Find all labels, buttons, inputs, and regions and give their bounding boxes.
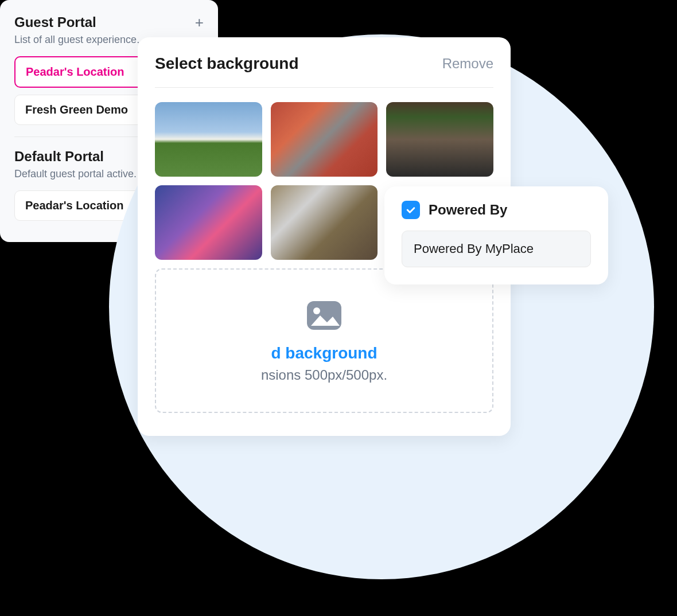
powered-by-header: Powered By bbox=[402, 201, 591, 219]
upload-background-area[interactable]: d background nsions 500px/500px. bbox=[155, 268, 493, 413]
default-portal-title: Default Portal bbox=[14, 149, 104, 165]
location-label: Peadar's Location bbox=[26, 65, 124, 79]
upload-subtitle: nsions 500px/500px. bbox=[173, 367, 475, 383]
bg-thumb-landscape[interactable] bbox=[155, 102, 262, 177]
upload-title: d background bbox=[173, 344, 475, 362]
add-icon[interactable]: + bbox=[195, 15, 204, 30]
select-background-header: Select background Remove bbox=[155, 54, 493, 88]
powered-by-checkbox[interactable] bbox=[402, 201, 420, 219]
bg-thumb-concert[interactable] bbox=[155, 185, 262, 260]
location-label: Peadar's Location bbox=[25, 199, 123, 212]
remove-button[interactable]: Remove bbox=[442, 56, 493, 72]
location-label: Fresh Green Demo bbox=[25, 103, 128, 116]
powered-by-input[interactable] bbox=[402, 231, 591, 267]
select-background-title: Select background bbox=[155, 54, 299, 73]
guest-portal-title: Guest Portal bbox=[14, 14, 96, 30]
svg-point-1 bbox=[313, 307, 320, 314]
powered-by-panel: Powered By bbox=[384, 186, 608, 284]
image-icon bbox=[304, 298, 344, 333]
guest-portal-header: Guest Portal + bbox=[14, 14, 204, 30]
bg-thumb-cafe[interactable] bbox=[271, 102, 378, 177]
powered-by-label: Powered By bbox=[429, 202, 507, 218]
bg-thumb-restaurant[interactable] bbox=[386, 102, 493, 177]
bg-thumb-mall[interactable] bbox=[271, 185, 378, 260]
